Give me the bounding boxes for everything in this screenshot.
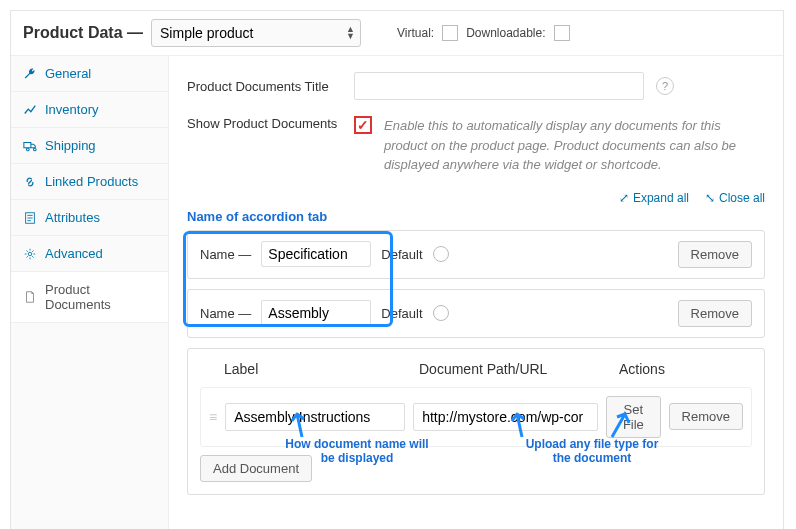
collapse-icon: ⤡ <box>705 191 715 205</box>
product-data-panel: Product Data — Simple product ▲▼ Virtual… <box>10 10 784 529</box>
annotation-tab-name: Name of accordion tab <box>187 209 765 224</box>
sidebar-item-advanced[interactable]: Advanced <box>11 236 168 272</box>
sidebar-item-inventory[interactable]: Inventory <box>11 92 168 128</box>
sidebar-label: Shipping <box>45 138 96 153</box>
title-input[interactable] <box>354 72 644 100</box>
section-name-input[interactable] <box>261 300 371 326</box>
doc-path-input[interactable] <box>413 403 598 431</box>
show-label: Show Product Documents <box>187 116 342 131</box>
gear-icon <box>23 247 37 261</box>
sidebar-label: Attributes <box>45 210 100 225</box>
sidebar-label: Inventory <box>45 102 98 117</box>
expand-all-link[interactable]: ⤢Expand all <box>619 191 689 205</box>
sidebar-item-shipping[interactable]: Shipping <box>11 128 168 164</box>
section-row: Name — Default Remove <box>187 230 765 279</box>
name-label: Name — <box>200 247 251 262</box>
virtual-checkbox[interactable] <box>442 25 458 41</box>
sidebar-label: Linked Products <box>45 174 138 189</box>
doc-icon <box>23 290 37 304</box>
product-type-select[interactable]: Simple product <box>151 19 361 47</box>
panel-header: Product Data — Simple product ▲▼ Virtual… <box>11 11 783 56</box>
section-row: Name — Default Remove <box>187 289 765 338</box>
sidebar-item-general[interactable]: General <box>11 56 168 92</box>
help-icon[interactable]: ? <box>656 77 674 95</box>
link-icon <box>23 175 37 189</box>
drag-handle-icon[interactable]: ≡ <box>209 409 217 425</box>
sidebar-item-attributes[interactable]: Attributes <box>11 200 168 236</box>
sidebar-label: Advanced <box>45 246 103 261</box>
close-all-link[interactable]: ⤡Close all <box>705 191 765 205</box>
main-content: Product Documents Title ? Show Product D… <box>169 56 783 529</box>
col-actions-header: Actions <box>619 361 752 377</box>
wrench-icon <box>23 67 37 81</box>
downloadable-label: Downloadable: <box>466 26 545 40</box>
col-label-header: Label <box>224 361 419 377</box>
remove-section-button[interactable]: Remove <box>678 241 752 268</box>
title-label: Product Documents Title <box>187 79 342 94</box>
sidebar: General Inventory Shipping Linked Produc… <box>11 56 169 529</box>
sidebar-label: Product Documents <box>45 282 156 312</box>
virtual-label: Virtual: <box>397 26 434 40</box>
name-label: Name — <box>200 306 251 321</box>
section-name-input[interactable] <box>261 241 371 267</box>
truck-icon <box>23 139 37 153</box>
default-radio[interactable] <box>433 246 449 262</box>
chart-icon <box>23 103 37 117</box>
sidebar-item-linked[interactable]: Linked Products <box>11 164 168 200</box>
col-path-header: Document Path/URL <box>419 361 619 377</box>
doc-label-input[interactable] <box>225 403 405 431</box>
annotation-upload: Upload any file type for the document <box>517 437 667 466</box>
default-label: Default <box>381 306 422 321</box>
panel-title: Product Data — <box>23 24 143 42</box>
note-icon <box>23 211 37 225</box>
remove-section-button[interactable]: Remove <box>678 300 752 327</box>
set-file-button[interactable]: Set File <box>606 396 660 438</box>
svg-point-1 <box>28 252 32 256</box>
downloadable-checkbox[interactable] <box>554 25 570 41</box>
default-radio[interactable] <box>433 305 449 321</box>
sidebar-label: General <box>45 66 91 81</box>
annotation-doc-name: How document name will be displayed <box>282 437 432 466</box>
sidebar-item-documents[interactable]: Product Documents <box>11 272 168 323</box>
default-label: Default <box>381 247 422 262</box>
documents-table: Label Document Path/URL Actions ≡ Set Fi… <box>187 348 765 495</box>
expand-icon: ⤢ <box>619 191 629 205</box>
show-checkbox[interactable]: ✓ <box>354 116 372 134</box>
show-help-text: Enable this to automatically display any… <box>384 116 765 175</box>
remove-doc-button[interactable]: Remove <box>669 403 743 430</box>
